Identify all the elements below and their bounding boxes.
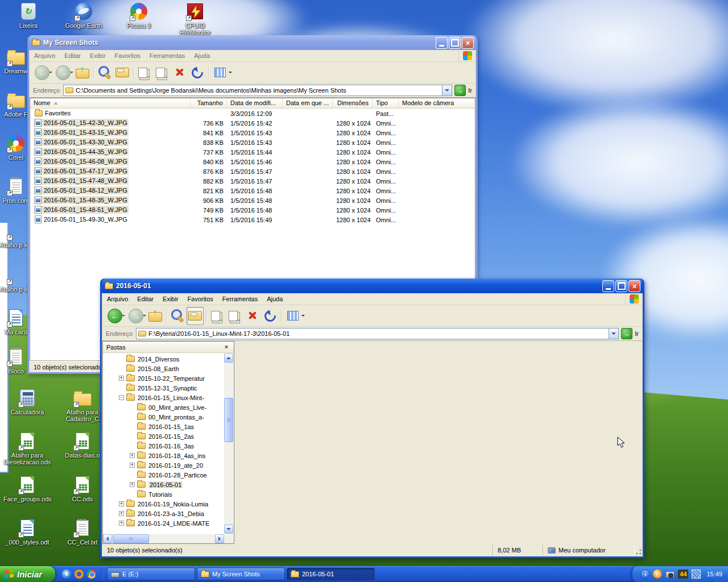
- desktop-icon[interactable]: Lixeira: [5, 2, 52, 29]
- tree-item[interactable]: 2016-01-28_Particoe: [103, 470, 234, 480]
- quick-launch-icon[interactable]: [87, 569, 96, 579]
- quick-launch-icon[interactable]: [62, 569, 71, 579]
- file-row[interactable]: 2016-05-01_15-43-15_W.JPG 841 KB 1/5/201…: [30, 128, 475, 138]
- column-header[interactable]: Tipo: [373, 98, 399, 108]
- tree-expander[interactable]: +: [119, 521, 124, 526]
- scroll-thumb[interactable]: [224, 398, 233, 442]
- toolbar-button[interactable]: [284, 307, 307, 325]
- file-row[interactable]: 2016-05-01_15-47-48_W.JPG 882 KB 1/5/201…: [30, 176, 475, 186]
- scroll-thumb[interactable]: [113, 534, 149, 543]
- tray-collapse-chevron-icon[interactable]: ‹: [640, 569, 650, 579]
- toolbar-button[interactable]: [189, 64, 206, 82]
- toolbar-button[interactable]: [154, 64, 171, 82]
- file-row[interactable]: Favorites 3/3/2016 12:09 Past...: [30, 109, 475, 118]
- tree-item[interactable]: 00_Mint_prontas_a-: [103, 412, 234, 422]
- column-header[interactable]: Dimensões: [333, 98, 373, 108]
- desktop-icon[interactable]: Google Earth: [60, 2, 107, 29]
- toolbar-button[interactable]: [171, 64, 188, 82]
- resize-grip[interactable]: [634, 545, 642, 555]
- tree-item[interactable]: + 2016-01-18_4as_ins: [103, 451, 234, 460]
- toolbar-button[interactable]: [209, 307, 226, 325]
- column-header[interactable]: Modelo de câmera: [399, 98, 475, 108]
- toolbar-button[interactable]: [131, 65, 135, 80]
- scroll-left-button[interactable]: [103, 534, 112, 543]
- tree-expander[interactable]: +: [119, 501, 124, 506]
- taskbar-window-button[interactable]: 2016-05-01: [287, 568, 375, 580]
- pane-splitter[interactable]: [234, 341, 237, 544]
- maximize-button[interactable]: [449, 37, 461, 49]
- menu-item[interactable]: Favoritos: [110, 51, 145, 61]
- file-row[interactable]: 2016-05-01_15-46-08_W.JPG 840 KB 1/5/201…: [30, 157, 475, 167]
- menu-item[interactable]: Exibir: [85, 51, 110, 61]
- address-input[interactable]: F:\Byteria\2016-01-15_Linux-Mint-17-3\20…: [136, 328, 619, 339]
- scroll-right-button[interactable]: [215, 534, 224, 543]
- tree-expander[interactable]: +: [119, 376, 124, 381]
- file-row[interactable]: 2016-05-01_15-44-35_W.JPG 737 KB 1/5/201…: [30, 147, 475, 157]
- scroll-up-button[interactable]: [224, 354, 233, 363]
- toolbar-button[interactable]: [105, 307, 125, 325]
- desktop-icon[interactable]: CPUID HWMonitor: [171, 2, 219, 36]
- menu-item[interactable]: Editar: [133, 294, 158, 304]
- column-header[interactable]: Tamanho: [191, 98, 227, 108]
- titlebar[interactable]: 2016-05-01 ×: [102, 278, 643, 293]
- tree-item[interactable]: 2015-08_Earth: [103, 364, 234, 373]
- tree-expander[interactable]: +: [130, 482, 135, 487]
- minimize-button[interactable]: [436, 37, 448, 49]
- tree-item[interactable]: 2014_Diversos: [103, 354, 234, 364]
- tree-item[interactable]: 2015-12-31_Synaptic: [103, 383, 234, 393]
- tree-vertical-scrollbar[interactable]: [224, 354, 233, 534]
- menu-item[interactable]: Ajuda: [262, 294, 287, 304]
- menu-item[interactable]: Ferramentas: [145, 51, 189, 61]
- desktop-icon[interactable]: Atalho para Dieselizacao.ods: [0, 432, 57, 465]
- maximize-button[interactable]: [615, 280, 627, 292]
- toolbar-button[interactable]: [204, 309, 208, 323]
- tree-item[interactable]: 00_Mint_antes_Live-: [103, 402, 234, 412]
- desktop-icon[interactable]: Picasa 3: [115, 2, 163, 29]
- tree-item[interactable]: 2016-01-15_2as: [103, 431, 234, 441]
- address-input[interactable]: C:\Documents and Settings\Jorge Bodanski…: [63, 85, 452, 96]
- camera-tray-icon[interactable]: [665, 571, 675, 578]
- menu-item[interactable]: Ferramentas: [218, 294, 262, 304]
- close-pane-icon[interactable]: ×: [222, 343, 230, 351]
- go-button[interactable]: →: [621, 328, 632, 339]
- toolbar-button[interactable]: [53, 64, 73, 82]
- toolbar-button[interactable]: [244, 307, 261, 325]
- start-button[interactable]: Iniciar: [0, 566, 55, 582]
- tree-item[interactable]: + 2015-10-22_Temperatur: [103, 373, 234, 383]
- tree-item[interactable]: + 2016-01-19_ate_20: [103, 460, 234, 470]
- toolbar-button[interactable]: [164, 309, 168, 323]
- menu-item[interactable]: Favoritos: [183, 294, 218, 304]
- tree-item[interactable]: 2016-01-16_3as: [103, 441, 234, 451]
- minimize-button[interactable]: [602, 280, 614, 292]
- toolbar-button[interactable]: [32, 64, 52, 82]
- menu-item[interactable]: Exibir: [158, 294, 183, 304]
- tree-item[interactable]: Tutoriais: [103, 489, 234, 499]
- file-row[interactable]: 2016-05-01_15-48-12_W.JPG 821 KB 1/5/201…: [30, 186, 475, 196]
- address-dropdown-button[interactable]: [609, 329, 618, 339]
- orange-app-tray-icon[interactable]: [653, 569, 662, 579]
- taskbar-window-button[interactable]: E (E:): [107, 568, 195, 580]
- taskbar-window-button[interactable]: My Screen Shots: [197, 568, 285, 580]
- tree-item[interactable]: + 2016-01-24_LMDE-MATE: [103, 518, 234, 528]
- file-row[interactable]: 2016-05-01_15-48-35_W.JPG 906 KB 1/5/201…: [30, 196, 475, 205]
- display-tray-icon[interactable]: [692, 569, 701, 579]
- scroll-down-button[interactable]: [224, 525, 233, 534]
- toolbar-button[interactable]: [114, 64, 131, 82]
- tree-expander[interactable]: +: [130, 453, 135, 458]
- menu-item[interactable]: Editar: [60, 51, 85, 61]
- file-row[interactable]: 2016-05-01_15-47-17_W.JPG 876 KB 1/5/201…: [30, 167, 475, 176]
- desktop-icon[interactable]: Calculadora: [0, 389, 57, 415]
- column-header[interactable]: Nome: [30, 98, 191, 108]
- tree-expander[interactable]: -: [119, 395, 124, 400]
- toolbar-button[interactable]: [262, 307, 279, 325]
- file-row[interactable]: 2016-05-01_15-48-51_W.JPG 749 KB 1/5/201…: [30, 205, 475, 215]
- menu-item[interactable]: Arquivo: [102, 294, 133, 304]
- temperature-badge[interactable]: 44: [678, 569, 688, 579]
- toolbar-button[interactable]: [226, 307, 243, 325]
- toolbar-button[interactable]: [74, 64, 91, 82]
- menu-item[interactable]: Arquivo: [30, 51, 60, 61]
- tree-expander[interactable]: +: [119, 511, 124, 516]
- toolbar-button[interactable]: [92, 65, 96, 80]
- go-button[interactable]: →: [454, 85, 466, 96]
- column-header[interactable]: Data de modifi...: [227, 98, 283, 108]
